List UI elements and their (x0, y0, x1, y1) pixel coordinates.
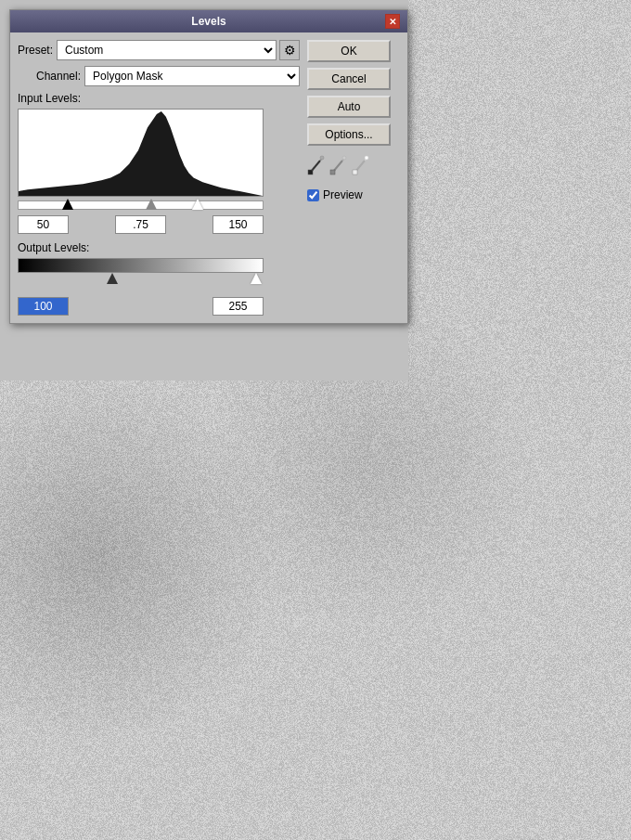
output-gradient-area (18, 258, 264, 286)
channel-select[interactable]: Polygon Mask (84, 66, 300, 86)
right-panel: OK Cancel Auto Options... (307, 40, 400, 316)
levels-dialog: Levels ✕ Preset: Custom ⚙ Channel: Polyg… (9, 9, 408, 324)
channel-label: Channel: (36, 70, 81, 83)
histogram-svg (19, 110, 263, 196)
output-levels-label: Output Levels: (18, 241, 300, 254)
preview-checkbox[interactable] (307, 189, 319, 201)
gray-eyedropper-icon[interactable] (329, 155, 348, 175)
preview-row: Preview (307, 188, 400, 201)
output-black-thumb[interactable] (107, 273, 118, 284)
preview-label: Preview (323, 188, 363, 201)
input-gray-thumb[interactable] (146, 199, 157, 210)
preset-label: Preset: (18, 44, 53, 57)
svg-point-4 (320, 156, 324, 160)
white-eyedropper-icon[interactable] (352, 155, 370, 175)
histogram (18, 109, 264, 197)
cancel-button[interactable]: Cancel (307, 68, 391, 90)
svg-rect-6 (330, 170, 335, 174)
preset-row: Preset: Custom ⚙ (18, 40, 300, 60)
ok-button[interactable]: OK (307, 40, 391, 62)
input-white-thumb[interactable] (192, 199, 203, 210)
dialog-body: Preset: Custom ⚙ Channel: Polygon Mask I… (10, 32, 407, 323)
close-button[interactable]: ✕ (385, 14, 400, 29)
output-max-field[interactable] (212, 297, 264, 316)
input-values-row (18, 215, 264, 234)
input-levels-label: Input Levels: (18, 92, 300, 105)
options-button[interactable]: Options... (307, 123, 391, 146)
left-panel: Preset: Custom ⚙ Channel: Polygon Mask I… (18, 40, 300, 316)
dialog-title: Levels (32, 15, 385, 28)
input-slider-row (18, 199, 264, 212)
output-gradient-bar (18, 258, 264, 273)
eyedropper-row (307, 155, 400, 175)
auto-button[interactable]: Auto (307, 96, 391, 118)
input-max-field[interactable] (212, 215, 264, 234)
svg-rect-2 (308, 170, 313, 174)
output-white-thumb[interactable] (251, 273, 262, 284)
output-min-field[interactable] (18, 297, 69, 316)
output-values-row (18, 297, 264, 316)
output-slider-track (18, 273, 264, 286)
preset-select[interactable]: Custom (57, 40, 277, 60)
svg-point-8 (342, 156, 346, 160)
dialog-titlebar: Levels ✕ (10, 10, 407, 32)
input-mid-field[interactable] (115, 215, 166, 234)
input-black-thumb[interactable] (62, 199, 73, 210)
input-min-field[interactable] (18, 215, 69, 234)
svg-point-12 (365, 156, 368, 160)
svg-rect-10 (353, 170, 357, 174)
gear-button[interactable]: ⚙ (279, 40, 300, 60)
black-eyedropper-icon[interactable] (307, 155, 326, 175)
channel-row: Channel: Polygon Mask (36, 66, 300, 86)
